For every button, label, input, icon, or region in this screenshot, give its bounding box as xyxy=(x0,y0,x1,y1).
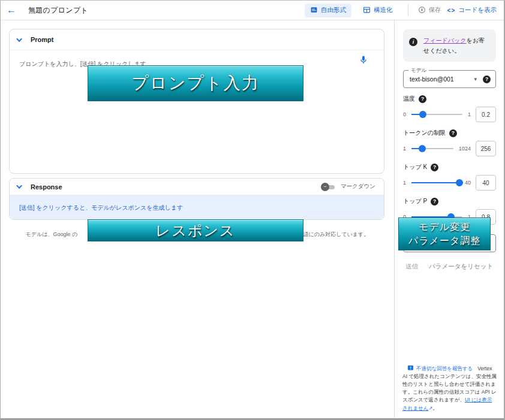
range-max: 40 xyxy=(465,180,471,186)
view-code-button[interactable]: <> コードを表示 xyxy=(447,6,497,14)
code-icon: <> xyxy=(447,7,456,14)
report-inappropriate-link[interactable]: 不適切な回答を報告する xyxy=(416,365,473,371)
response-card-header: Response − マークダウン xyxy=(10,179,384,195)
annotation-prompt-label: プロンプト入力 xyxy=(131,72,259,95)
param-label: トップ P xyxy=(403,197,427,206)
param-label: トークンの制限 xyxy=(403,129,446,137)
feedback-text: フィードバックをお寄せください。 xyxy=(423,35,490,56)
feedback-link[interactable]: フィードバック xyxy=(423,37,466,44)
token-limit-value-input[interactable]: 256 xyxy=(476,141,496,156)
report-flag-icon xyxy=(407,365,414,371)
param-token-limit: トークンの制限 ? 1 1024 256 xyxy=(403,129,496,156)
markdown-toggle[interactable]: − xyxy=(321,183,336,191)
param-label: トップ K xyxy=(403,163,427,171)
annotation-response: レスポンス xyxy=(88,219,303,241)
disclaimer-right-fragment: は英語にのみ対応しています。 xyxy=(292,231,369,238)
tab-freeform-label: 自由形式 xyxy=(321,6,346,14)
tab-structured[interactable]: 構造化 xyxy=(357,4,398,17)
response-info-strip: [送信] をクリックすると、モデルがレスポンスを生成します xyxy=(10,195,384,219)
annotation-model-line2: パラメータ調整 xyxy=(408,234,481,247)
header-actions: 自由形式 構造化 保存 <> コードを表示 xyxy=(305,4,497,17)
model-field-value: text-bison@001 xyxy=(410,75,474,83)
prompt-card-header: Prompt xyxy=(10,29,384,50)
slider-thumb[interactable] xyxy=(419,111,426,118)
safety-note-period: 。 xyxy=(432,405,438,411)
microphone-icon[interactable] xyxy=(359,55,369,66)
response-info-text: [送信] をクリックすると、モデルがレスポンスを生成します xyxy=(19,204,183,211)
slider-thumb[interactable] xyxy=(456,179,463,186)
collapse-chevron-icon[interactable] xyxy=(16,36,22,42)
app-window: ← 無題のプロンプト 自由形式 構造化 保存 xyxy=(0,0,505,420)
response-card: Response − マークダウン [送信] をクリックすると、モデルがレスポン… xyxy=(9,178,384,220)
view-code-label: コードを表示 xyxy=(458,6,497,14)
temperature-value-input[interactable]: 0.2 xyxy=(476,107,496,122)
prompt-card: Prompt プロンプトを入力し、[送信] をクリックします xyxy=(9,29,384,174)
range-max: 1024 xyxy=(459,146,471,152)
save-label: 保存 xyxy=(429,6,441,14)
collapse-chevron-icon[interactable] xyxy=(16,183,22,189)
save-button[interactable]: 保存 xyxy=(418,6,441,15)
model-select[interactable]: モデル text-bison@001 ▾ ? xyxy=(403,70,496,88)
help-icon[interactable]: ? xyxy=(449,129,457,137)
header-divider xyxy=(408,4,408,16)
structured-grid-icon xyxy=(363,6,371,15)
help-icon[interactable]: ? xyxy=(431,164,438,171)
annotation-model-line1: モデル変更 xyxy=(419,220,470,234)
tab-freeform[interactable]: 自由形式 xyxy=(305,4,351,17)
submit-button[interactable]: 送信 xyxy=(405,262,418,271)
freeform-icon xyxy=(310,6,318,15)
reset-parameters-button[interactable]: パラメータをリセット xyxy=(429,262,493,271)
annotation-model-params: モデル変更 パラメータ調整 xyxy=(398,217,491,250)
param-label: 温度 xyxy=(403,95,415,103)
response-card-title: Response xyxy=(31,183,62,191)
param-top-k: トップ K ? 1 40 40 xyxy=(403,163,496,191)
back-arrow-icon[interactable]: ← xyxy=(7,5,20,16)
top-k-slider[interactable] xyxy=(411,179,459,187)
range-min: 1 xyxy=(403,180,406,186)
tab-structured-label: 構造化 xyxy=(374,6,393,14)
slider-thumb[interactable] xyxy=(419,145,426,152)
param-temperature: 温度 ? 0 1 0.2 xyxy=(403,95,496,122)
token-limit-slider[interactable] xyxy=(411,144,453,153)
range-max: 1 xyxy=(468,111,471,117)
markdown-label: マークダウン xyxy=(341,183,375,191)
help-icon[interactable]: ? xyxy=(419,95,426,103)
chevron-down-icon: ▾ xyxy=(474,76,477,82)
markdown-toggle-group: − マークダウン xyxy=(321,183,375,191)
help-icon[interactable]: ? xyxy=(431,198,438,206)
model-field-label: モデル xyxy=(408,67,429,74)
annotation-response-label: レスポンス xyxy=(156,221,236,240)
feedback-banner: i フィードバックをお寄せください。 xyxy=(403,29,496,62)
safety-attribution-note: 不適切な回答を報告するVertex AI で処理されたコンテンツは、安全性属性の… xyxy=(402,365,497,412)
page-title: 無題のプロンプト xyxy=(28,5,88,16)
sidebar-actions: 送信 パラメータをリセット xyxy=(403,262,496,271)
model-help-icon[interactable]: ? xyxy=(483,75,491,83)
info-icon: i xyxy=(409,38,417,46)
top-k-value-input[interactable]: 40 xyxy=(476,175,496,191)
disclaimer-left-fragment: モデルは、Google の xyxy=(26,231,78,238)
prompt-card-title: Prompt xyxy=(31,36,54,43)
temperature-slider[interactable] xyxy=(411,110,462,119)
save-icon xyxy=(418,6,426,15)
toggle-thumb-minus-icon: − xyxy=(321,183,329,191)
annotation-prompt-input: プロンプト入力 xyxy=(88,65,303,101)
top-bar: ← 無題のプロンプト 自由形式 構造化 保存 xyxy=(1,1,504,20)
range-min: 0 xyxy=(403,111,406,117)
range-min: 1 xyxy=(403,146,406,152)
